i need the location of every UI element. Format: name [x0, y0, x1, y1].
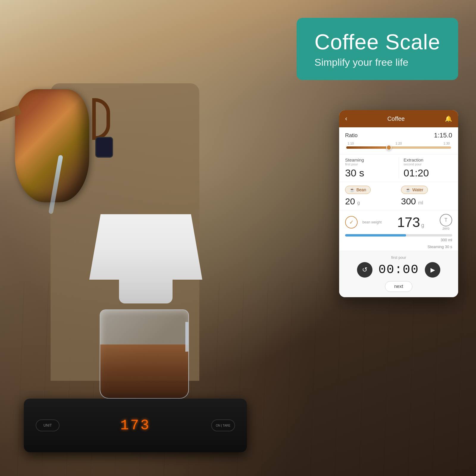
tare-label: zero [442, 226, 449, 231]
check-weight-button[interactable]: ✓ [345, 216, 358, 228]
ratio-value: 1:15.0 [434, 131, 452, 139]
extraction-header: Extraction [404, 157, 452, 162]
ratio-tick-3: 1:30 [444, 142, 450, 145]
dripper-cone [89, 214, 202, 280]
ratio-slider-track[interactable] [346, 146, 451, 149]
ratio-tick-1: 1:10 [347, 142, 354, 145]
water-unit: ml [418, 200, 423, 205]
timer-section: first pour ↺ 00:00 ▶ next [339, 251, 458, 297]
scale-unit-button[interactable]: UNIT [36, 419, 60, 431]
progress-amount-label: 300 ml [441, 238, 452, 242]
bean-amount: 20 [345, 196, 355, 206]
weight-unit: g [421, 222, 424, 228]
ratio-slider-container[interactable]: 1:10 1:20 1:30 [345, 142, 452, 149]
phone-app: ‹ Coffee 🔔 Ratio 1:15.0 1:10 1:20 1:30 S… [339, 110, 458, 297]
bean-label: Bean [356, 187, 366, 192]
timer-play-button[interactable]: ▶ [425, 262, 440, 278]
ratio-section: Ratio 1:15.0 1:10 1:20 1:30 [339, 127, 458, 154]
bean-weight-label: bean weight [362, 220, 382, 224]
phone-header: ‹ Coffee 🔔 [339, 110, 458, 127]
progress-label: 300 ml [345, 237, 452, 245]
ingredient-section: ☕ Bean 20 g ☕ Water 300 ml [339, 182, 458, 210]
back-button[interactable]: ‹ [345, 115, 347, 123]
hero-title: Coffee Scale [314, 30, 440, 54]
weight-display-container: 173 g [385, 215, 437, 229]
water-block: ☕ Water 300 ml [401, 186, 452, 206]
check-icon: ✓ [349, 219, 354, 226]
water-tag[interactable]: ☕ Water [401, 186, 428, 194]
steaming-block: Steaming first pour 30 s [345, 157, 399, 179]
timer-pour-label: first pour [345, 255, 452, 260]
extraction-block: Extraction second pour 01:20 [399, 157, 452, 179]
digital-scale: UNIT 173 ON | TARE [24, 399, 247, 452]
steaming-header: Steaming [345, 157, 394, 162]
bean-tag[interactable]: ☕ Bean [345, 186, 371, 194]
kettle [9, 74, 104, 217]
current-weight-display: 173 g [397, 215, 424, 229]
ratio-slider-fill [346, 146, 388, 149]
timer-controls-row: ↺ 00:00 ▶ [345, 262, 452, 278]
phone-screen-title: Coffee [387, 115, 405, 122]
watch [95, 137, 113, 158]
ratio-ticks: 1:10 1:20 1:30 [346, 142, 451, 145]
steaming-status-label: Steaming 30 s [345, 245, 452, 251]
tare-button[interactable]: T [440, 214, 452, 226]
coffee-dripper [89, 214, 202, 363]
hero-subtitle: Simplify your free life [314, 57, 440, 68]
scale-tare-button[interactable]: ON | TARE [211, 419, 235, 431]
bean-amount-row: 20 g [345, 196, 396, 206]
tare-icon: T [444, 217, 447, 223]
notification-bell-icon[interactable]: 🔔 [445, 115, 452, 122]
water-label: Water [412, 187, 423, 192]
timer-next-button[interactable]: next [385, 281, 412, 292]
dripper-base [119, 280, 173, 303]
weight-value: 173 [397, 215, 420, 229]
timer-reset-button[interactable]: ↺ [357, 262, 372, 278]
water-icon: ☕ [405, 187, 411, 192]
status-section: ✓ bean weight 173 g T zero [339, 210, 458, 234]
extraction-value: 01:20 [404, 167, 452, 179]
ratio-tick-2: 1:20 [395, 142, 402, 145]
bean-block: ☕ Bean 20 g [345, 186, 396, 206]
hero-banner: Coffee Scale Simplify your free life [297, 18, 458, 80]
bean-icon: ☕ [350, 187, 355, 192]
water-amount: 300 [401, 196, 416, 206]
steaming-sub: first pour [345, 162, 394, 166]
ratio-slider-thumb[interactable] [386, 145, 392, 150]
tare-button-container: T zero [440, 214, 452, 231]
progress-fill [345, 234, 406, 237]
bean-unit: g [357, 200, 360, 205]
kettle-body [15, 89, 89, 202]
ratio-label: Ratio [345, 132, 358, 139]
timer-display: 00:00 [378, 263, 419, 277]
extraction-sub: second pour [404, 162, 452, 166]
steaming-value: 30 s [345, 167, 394, 179]
water-amount-row: 300 ml [401, 196, 452, 206]
scale-display: 173 [120, 417, 150, 433]
timing-section: Steaming first pour 30 s Extraction seco… [339, 154, 458, 182]
progress-section: 300 ml Steaming 30 s [339, 234, 458, 251]
progress-track [345, 234, 452, 237]
